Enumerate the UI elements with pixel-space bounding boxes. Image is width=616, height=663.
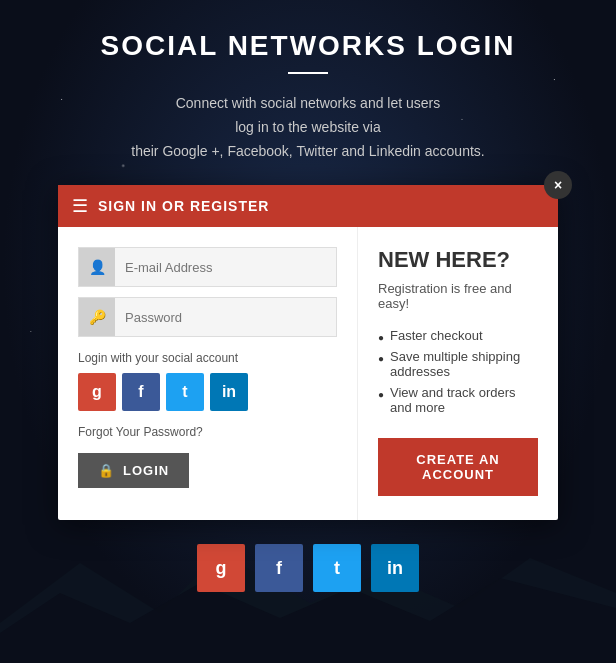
list-item: ● Faster checkout (378, 325, 538, 346)
bottom-social-buttons: g f t in (197, 544, 419, 592)
bottom-twitter-button[interactable]: t (313, 544, 361, 592)
create-account-button[interactable]: CREATE AN ACCOUNT (378, 438, 538, 496)
login-form-panel: 👤 🔑 Login with your social account g f t… (58, 227, 358, 520)
title-divider (288, 72, 328, 74)
forgot-password-link[interactable]: Forgot Your Password? (78, 425, 337, 439)
twitter-login-button[interactable]: t (166, 373, 204, 411)
list-item: ● Save multiple shipping addresses (378, 346, 538, 382)
lock-icon: 🔑 (79, 298, 115, 336)
social-login-label: Login with your social account (78, 351, 337, 365)
login-button[interactable]: 🔒 LOGIN (78, 453, 189, 488)
bullet-icon: ● (378, 389, 384, 400)
linkedin-login-button[interactable]: in (210, 373, 248, 411)
page-subtitle: Connect with social networks and let use… (131, 92, 484, 163)
modal-title: SIGN IN OR REGISTER (98, 198, 269, 214)
new-here-title: NEW HERE? (378, 247, 538, 273)
facebook-login-button[interactable]: f (122, 373, 160, 411)
lock-icon-btn: 🔒 (98, 463, 115, 478)
login-modal: ☰ SIGN IN OR REGISTER × 👤 🔑 Login with y… (58, 185, 558, 520)
register-panel: NEW HERE? Registration is free and easy!… (358, 227, 558, 520)
bottom-linkedin-button[interactable]: in (371, 544, 419, 592)
bottom-facebook-button[interactable]: f (255, 544, 303, 592)
password-input[interactable] (115, 301, 336, 334)
modal-header: ☰ SIGN IN OR REGISTER × (58, 185, 558, 227)
social-buttons: g f t in (78, 373, 337, 411)
registration-subtitle: Registration is free and easy! (378, 281, 538, 311)
email-input[interactable] (115, 251, 336, 284)
page-title: SOCIAL NETWORKS LOGIN (101, 30, 516, 62)
google-login-button[interactable]: g (78, 373, 116, 411)
bullet-icon: ● (378, 332, 384, 343)
bullet-icon: ● (378, 353, 384, 364)
user-icon: 👤 (79, 248, 115, 286)
bottom-google-button[interactable]: g (197, 544, 245, 592)
close-button[interactable]: × (544, 171, 572, 199)
email-input-group: 👤 (78, 247, 337, 287)
list-item: ● View and track orders and more (378, 382, 538, 418)
menu-icon: ☰ (72, 195, 88, 217)
password-input-group: 🔑 (78, 297, 337, 337)
modal-body: 👤 🔑 Login with your social account g f t… (58, 227, 558, 520)
benefits-list: ● Faster checkout ● Save multiple shippi… (378, 325, 538, 418)
